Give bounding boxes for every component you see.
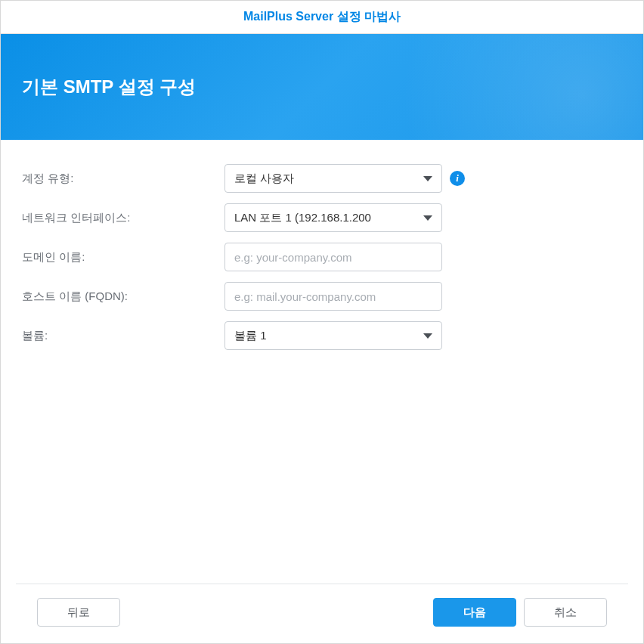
row-host-name: 호스트 이름 (FQDN):: [22, 282, 622, 311]
form-area: 계정 유형: 로컬 사용자 i 네트워크 인터페이스: LAN 포트 1 (19…: [1, 140, 643, 584]
row-account-type: 계정 유형: 로컬 사용자 i: [22, 164, 622, 193]
input-host-name[interactable]: [234, 283, 432, 310]
chevron-down-icon: [423, 333, 432, 339]
window-title: MailPlus Server 설정 마법사: [243, 9, 401, 25]
label-domain-name: 도메인 이름:: [22, 250, 224, 265]
header-banner: 기본 SMTP 설정 구성: [1, 34, 643, 140]
info-icon[interactable]: i: [450, 171, 465, 186]
input-host-name-wrap: [224, 282, 442, 311]
label-volume: 볼륨:: [22, 329, 224, 343]
chevron-down-icon: [423, 176, 432, 181]
next-button[interactable]: 다음: [433, 598, 516, 627]
field-wrap-host-name: [224, 282, 442, 311]
field-wrap-domain-name: [224, 243, 442, 271]
field-wrap-network-interface: LAN 포트 1 (192.168.1.200: [224, 203, 442, 232]
row-network-interface: 네트워크 인터페이스: LAN 포트 1 (192.168.1.200: [22, 203, 622, 232]
row-volume: 볼륨: 볼륨 1: [22, 321, 622, 350]
field-wrap-account-type: 로컬 사용자 i: [224, 164, 465, 193]
select-network-interface[interactable]: LAN 포트 1 (192.168.1.200: [224, 203, 442, 232]
select-network-interface-value: LAN 포트 1 (192.168.1.200: [234, 211, 371, 225]
page-title: 기본 SMTP 설정 구성: [22, 75, 196, 99]
wizard-window: MailPlus Server 설정 마법사 기본 SMTP 설정 구성 계정 …: [0, 0, 644, 644]
input-domain-name-wrap: [224, 243, 442, 271]
select-account-type[interactable]: 로컬 사용자: [224, 164, 442, 193]
back-button[interactable]: 뒤로: [37, 598, 120, 627]
select-volume[interactable]: 볼륨 1: [224, 321, 442, 350]
title-bar: MailPlus Server 설정 마법사: [1, 1, 643, 34]
label-host-name: 호스트 이름 (FQDN):: [22, 289, 224, 304]
select-volume-value: 볼륨 1: [234, 329, 267, 343]
cancel-button[interactable]: 취소: [524, 598, 607, 627]
input-domain-name[interactable]: [234, 243, 432, 271]
field-wrap-volume: 볼륨 1: [224, 321, 442, 350]
chevron-down-icon: [423, 215, 432, 221]
label-network-interface: 네트워크 인터페이스:: [22, 211, 224, 225]
footer: 뒤로 다음 취소: [16, 584, 628, 643]
row-domain-name: 도메인 이름:: [22, 243, 622, 271]
label-account-type: 계정 유형:: [22, 172, 224, 186]
select-account-type-value: 로컬 사용자: [234, 172, 294, 186]
